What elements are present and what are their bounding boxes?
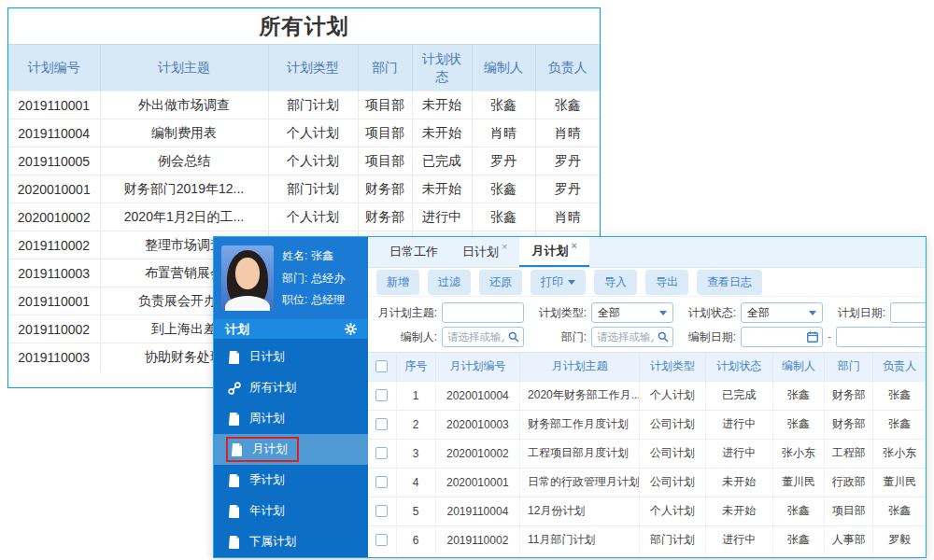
col-plan-status: 计划状态	[705, 353, 772, 381]
select-all-checkbox[interactable]	[375, 360, 388, 372]
plan-date-filter-label: 计划日期:	[828, 305, 885, 321]
sidebar-item-quarterly-plan[interactable]: 季计划	[214, 465, 368, 496]
filter-row-2: 编制人: 部门: 编制日期: -	[374, 325, 922, 349]
table-row[interactable]: 2019110001外出做市场调查部门计划项目部未开始张鑫张鑫	[8, 91, 600, 119]
profile-photo	[221, 245, 274, 311]
create-date-end-input[interactable]	[836, 327, 926, 347]
table-row[interactable]: 5 2019110004 12月份计划 个人计划 未开始 张鑫 项目部 张鑫	[368, 497, 926, 525]
plan-id-link[interactable]: 2020010001	[435, 468, 519, 497]
sidebar-item-yearly-plan[interactable]: 年计划	[214, 496, 368, 526]
table-row[interactable]: 2 2020010003 财务部工作月度计划 公司计划 进行中 张鑫 财务部 张…	[368, 410, 926, 439]
tab-daily-work[interactable]: 日常工作	[377, 237, 450, 267]
table-row[interactable]: 2019110005例会总结个人计划项目部已完成罗丹罗丹	[8, 147, 600, 175]
plan-subject-link[interactable]: 2020年财务部工作月...	[520, 381, 640, 410]
cell-subject: 外出做市场调查	[100, 91, 268, 119]
close-icon[interactable]: ×	[502, 241, 507, 252]
type-filter-select[interactable]: 全部	[591, 302, 673, 323]
cell-subject: 编制费用表	[100, 119, 268, 147]
plan-id-link[interactable]: 2020010003	[435, 410, 519, 439]
owner-link[interactable]: 张鑫	[873, 410, 926, 439]
col-monthly-plan-id: 月计划编号	[435, 353, 519, 381]
subject-filter-input[interactable]	[442, 302, 524, 323]
tab-daily-plan[interactable]: 日计划 ×	[450, 237, 519, 267]
import-button[interactable]: 导入	[594, 270, 637, 295]
tab-label: 日计划	[462, 244, 499, 260]
status-filter-select[interactable]: 全部	[741, 302, 823, 323]
creator-link[interactable]: 张鑫	[772, 525, 824, 554]
plan-subject-link[interactable]: 12月份计划	[520, 497, 640, 525]
plan-subject-link[interactable]: 工程项目部月度计划	[520, 439, 640, 468]
link-icon	[228, 382, 241, 395]
cell-type: 公司计划	[640, 439, 705, 468]
sidebar-item-monthly-plan[interactable]: 月计划	[214, 434, 368, 465]
add-button[interactable]: 新增	[376, 270, 419, 295]
col-dept: 部门	[358, 45, 412, 91]
sidebar-item-all-plans[interactable]: 所有计划	[214, 372, 368, 403]
creator-link[interactable]: 张小东	[772, 439, 824, 468]
table-row[interactable]: 4 2020010001 日常的行政管理月计划 公司计划 未开始 董川民 行政部…	[368, 468, 926, 497]
sidebar-item-weekly-plan[interactable]: 周计划	[214, 403, 368, 434]
creator-link[interactable]: 张鑫	[772, 497, 824, 525]
owner-link[interactable]: 董川民	[873, 468, 926, 497]
tab-monthly-plan[interactable]: 月计划 ×	[519, 237, 588, 267]
plan-subject-link[interactable]: 财务部工作月度计划	[520, 410, 640, 439]
row-checkbox[interactable]	[375, 418, 388, 430]
reset-button[interactable]: 还原	[479, 270, 522, 295]
chevron-down-icon	[659, 311, 667, 315]
cell-creator: 张鑫	[472, 175, 535, 203]
filter-button[interactable]: 过滤	[428, 270, 471, 295]
sidebar-item-daily-plan[interactable]: 日计划	[214, 342, 368, 372]
print-button[interactable]: 打印	[531, 270, 586, 295]
sidebar-item-subordinate-plan[interactable]: 下属计划	[214, 526, 368, 557]
cell-owner: 罗丹	[535, 147, 600, 175]
plan-subject-link[interactable]: 日常的行政管理月计划	[520, 468, 640, 497]
table-row[interactable]: 6 2019110002 11月部门计划 部门计划 进行中 张鑫 人事部 罗毅	[368, 525, 926, 554]
creator-link[interactable]: 张鑫	[772, 410, 824, 439]
plan-id-link[interactable]: 2019110002	[435, 525, 519, 554]
creator-link[interactable]: 董川民	[772, 468, 824, 497]
status-filter-label: 计划状态:	[678, 305, 736, 321]
plan-subject-link[interactable]: 11月部门计划	[520, 525, 640, 554]
cell-index: 5	[396, 497, 435, 525]
row-checkbox[interactable]	[375, 505, 388, 517]
document-icon	[228, 536, 241, 549]
sidebar: 姓名:张鑫 部门:总经办 职位:总经理 计划 日计划 所有计划 周计划	[214, 237, 368, 557]
cell-index: 3	[396, 439, 435, 468]
plan-date-filter-input[interactable]	[890, 302, 926, 323]
gear-icon[interactable]	[345, 323, 357, 335]
cell-plan-id: 2019110002	[8, 315, 100, 343]
table-row[interactable]: 20200100022020年1月2日的工...个人计划财务部进行中张鑫肖晴	[8, 203, 600, 231]
cell-type: 公司计划	[640, 410, 705, 439]
profile-title-label: 职位:	[282, 292, 307, 308]
cell-index: 2	[396, 410, 435, 439]
row-checkbox[interactable]	[375, 534, 388, 546]
export-button[interactable]: 导出	[645, 270, 688, 295]
filter-row-1: 月计划主题: 计划类型: 全部 计划状态: 全部 计划日期:	[374, 301, 922, 325]
row-checkbox[interactable]	[375, 476, 388, 488]
create-date-filter-label: 编制日期:	[678, 329, 736, 345]
row-checkbox[interactable]	[375, 389, 388, 401]
cell-creator: 肖晴	[472, 119, 535, 147]
view-log-button[interactable]: 查看日志	[697, 270, 762, 295]
cell-dept: 项目部	[358, 119, 412, 147]
plan-id-link[interactable]: 2020010004	[435, 381, 519, 410]
col-plan-type: 计划类型	[640, 353, 705, 381]
owner-link[interactable]: 张小东	[873, 439, 926, 468]
cell-type: 个人计划	[640, 381, 705, 410]
col-monthly-plan-subject: 月计划主题	[520, 353, 640, 381]
plan-id-link[interactable]: 2020010002	[435, 439, 519, 468]
owner-link[interactable]: 罗毅	[873, 525, 926, 554]
table-row[interactable]: 1 2020010004 2020年财务部工作月... 个人计划 已完成 张鑫 …	[368, 381, 926, 410]
table-row[interactable]: 3 2020010002 工程项目部月度计划 公司计划 进行中 张小东 工程部 …	[368, 439, 926, 468]
owner-link[interactable]: 张鑫	[873, 381, 926, 410]
creator-link[interactable]: 张鑫	[772, 381, 824, 410]
plan-id-link[interactable]: 2019110004	[435, 497, 519, 525]
owner-link[interactable]: 张鑫	[873, 497, 926, 525]
table-row[interactable]: 2019110004编制费用表个人计划项目部未开始肖晴肖晴	[8, 119, 600, 147]
cell-status: 进行中	[705, 525, 772, 554]
close-icon[interactable]: ×	[571, 240, 576, 251]
sidebar-item-label: 季计划	[249, 472, 285, 488]
cell-type: 部门计划	[268, 175, 358, 203]
table-row[interactable]: 2020010001财务部门2019年12...部门计划财务部未开始张鑫罗丹	[8, 175, 600, 203]
row-checkbox[interactable]	[375, 447, 388, 459]
